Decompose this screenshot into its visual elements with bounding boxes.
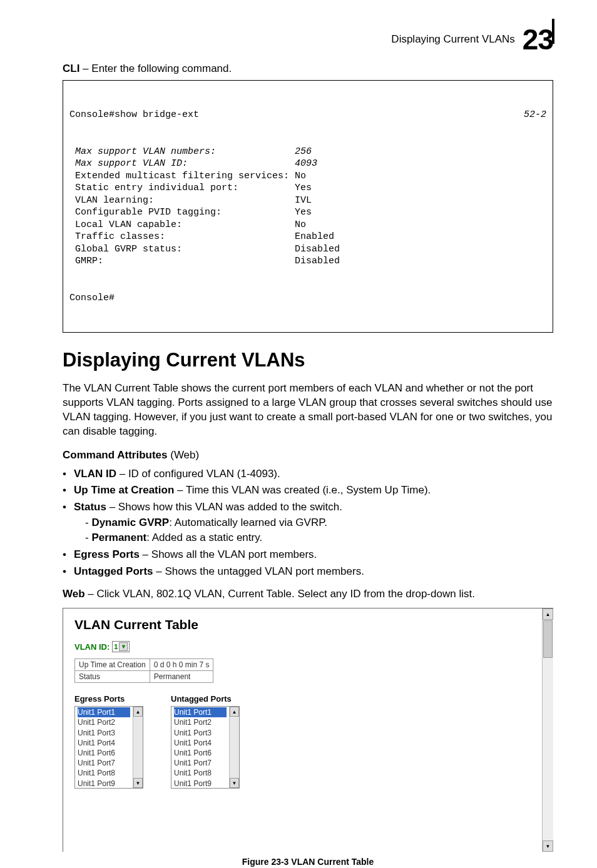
bullet-vlan-id-rest: – ID of configured VLAN (1-4093). [116, 468, 280, 480]
bullet-status-sub2: - Permanent: Added as a static entry. [74, 530, 553, 546]
scroll-down-icon[interactable]: ▼ [230, 778, 239, 788]
table-row: Status Permanent [75, 671, 213, 683]
untagged-ports-listbox[interactable]: Unit1 Port1Unit1 Port2Unit1 Port3Unit1 P… [171, 706, 240, 789]
cli-field-value: Disabled [295, 243, 546, 256]
bullet-status: Status – Shows how this VLAN was added t… [63, 500, 553, 546]
list-item[interactable]: Unit1 Port3 [174, 728, 227, 738]
sub1-rest: : Automatically learned via GVRP. [169, 517, 327, 528]
scroll-up-icon[interactable]: ▲ [230, 707, 239, 717]
egress-ports-listbox[interactable]: Unit1 Port1Unit1 Port2Unit1 Port3Unit1 P… [74, 706, 143, 789]
web-instruction: Web – Click VLAN, 802.1Q VLAN, Current T… [63, 588, 553, 600]
list-item[interactable]: Unit1 Port6 [78, 748, 130, 758]
bullet-vlan-id-bold: VLAN ID [74, 468, 116, 480]
list-item[interactable]: Unit1 Port9 [174, 779, 227, 789]
web-bold: Web [63, 588, 85, 600]
cli-field-value: Disabled [295, 255, 546, 268]
bullet-egress-bold: Egress Ports [74, 548, 140, 560]
cli-field-label: Global GVRP status: [69, 243, 295, 256]
cli-field-value: 4093 [295, 158, 546, 170]
cli-field-label: Static entry individual port: [69, 182, 295, 194]
bullet-uptime: Up Time at Creation – Time this VLAN was… [63, 483, 553, 498]
cli-field-value: 256 [295, 146, 546, 158]
vlan-id-value: 1 [114, 643, 118, 650]
cli-command: Console#show bridge-ext [69, 109, 509, 121]
body-paragraph: The VLAN Current Table shows the current… [63, 381, 553, 439]
list-item[interactable]: Unit1 Port8 [174, 768, 227, 778]
cli-label-rest: – Enter the following command. [79, 63, 232, 74]
screenshot-frame: ▲ ▼ VLAN Current Table VLAN ID: 1 ▼ Up T… [63, 608, 553, 852]
bullet-egress-rest: – Shows all the VLAN port members. [140, 548, 317, 560]
list-item[interactable]: Unit1 Port7 [78, 758, 130, 768]
cli-field-label: GMRP: [69, 255, 295, 268]
bullet-status-sub1: - Dynamic GVRP: Automatically learned vi… [74, 515, 553, 531]
list-item[interactable]: Unit1 Port7 [174, 758, 227, 768]
bullet-uptime-bold: Up Time at Creation [74, 484, 174, 496]
status-label-cell: Status [75, 671, 150, 683]
sub1-bold: Dynamic GVRP [91, 517, 169, 528]
uptime-label-cell: Up Time at Creation [75, 659, 150, 671]
sub1-pre: - [85, 517, 91, 528]
cli-label-bold: CLI [63, 63, 79, 74]
bullet-untagged-bold: Untagged Ports [74, 565, 153, 577]
cli-field-label: Configurable PVID tagging: [69, 206, 295, 219]
list-item[interactable]: Unit1 Port3 [78, 728, 130, 738]
untagged-ports-column: Untagged Ports Unit1 Port1Unit1 Port2Uni… [171, 694, 240, 789]
list-item[interactable]: Unit1 Port6 [174, 748, 227, 758]
bullet-vlan-id: VLAN ID – ID of configured VLAN (1-4093)… [63, 467, 553, 482]
command-attributes-heading: Command Attributes (Web) [63, 449, 553, 462]
meta-table: Up Time at Creation 0 d 0 h 0 min 7 s St… [74, 659, 213, 683]
cli-field-value: Yes [295, 182, 546, 194]
figure-caption: Figure 23-3 VLAN Current Table [63, 857, 553, 867]
list-item[interactable]: Unit1 Port4 [78, 738, 130, 748]
chevron-down-icon[interactable]: ▼ [119, 642, 128, 651]
list-item[interactable]: Unit1 Port1 [78, 707, 130, 717]
page-header: Displaying Current VLANs 23 [63, 25, 553, 54]
cli-output-box: Console#show bridge-ext 52-2 Max support… [63, 80, 553, 333]
bullet-status-bold: Status [74, 501, 106, 513]
web-rest: – Click VLAN, 802.1Q VLAN, Current Table… [85, 588, 475, 600]
cli-field-label: Traffic classes: [69, 231, 295, 243]
egress-ports-heading: Egress Ports [74, 694, 143, 704]
vlan-id-label: VLAN ID: [74, 642, 110, 652]
header-section-title: Displaying Current VLANs [391, 33, 514, 46]
cli-field-label: Max support VLAN ID: [69, 158, 295, 170]
table-row: Up Time at Creation 0 d 0 h 0 min 7 s [75, 659, 213, 671]
scroll-up-icon[interactable]: ▲ [133, 707, 143, 717]
cli-field-value: IVL [295, 194, 546, 207]
cli-intro: CLI – Enter the following command. [63, 63, 553, 75]
bullet-untagged-ports: Untagged Ports – Shows the untagged VLAN… [63, 564, 553, 580]
cli-field-value: No [295, 219, 546, 231]
cli-field-label: Local VLAN capable: [69, 219, 295, 231]
uptime-value-cell: 0 d 0 h 0 min 7 s [150, 659, 213, 671]
cli-page-ref: 52-2 [509, 109, 546, 121]
cli-field-value: Enabled [295, 231, 546, 243]
section-heading: Displaying Current VLANs [63, 349, 553, 371]
cli-prompt: Console# [69, 292, 546, 305]
egress-scrollbar[interactable]: ▲ ▼ [133, 707, 143, 788]
list-item[interactable]: Unit1 Port1 [174, 707, 227, 717]
attribute-list: VLAN ID – ID of configured VLAN (1-4093)… [63, 467, 553, 579]
scroll-down-icon[interactable]: ▼ [133, 778, 143, 788]
cli-field-label: VLAN learning: [69, 194, 295, 207]
cli-field-label: Extended multicast filtering services: [69, 170, 295, 183]
bullet-untagged-rest: – Shows the untagged VLAN port members. [153, 565, 364, 577]
command-attributes-bold: Command Attributes [63, 449, 168, 461]
untagged-scrollbar[interactable]: ▲ ▼ [229, 707, 239, 788]
vlan-id-select[interactable]: 1 ▼ [112, 641, 130, 652]
screenshot-title: VLAN Current Table [74, 617, 553, 632]
sub2-bold: Permanent [91, 532, 146, 543]
cli-field-label: Max support VLAN numbers: [69, 146, 295, 158]
command-attributes-rest: (Web) [168, 449, 200, 461]
list-item[interactable]: Unit1 Port4 [174, 738, 227, 748]
sub2-pre: - [85, 532, 91, 543]
status-value-cell: Permanent [150, 671, 213, 683]
bullet-egress-ports: Egress Ports – Shows all the VLAN port m… [63, 547, 553, 563]
list-item[interactable]: Unit1 Port2 [78, 717, 130, 727]
vlan-id-row: VLAN ID: 1 ▼ [74, 641, 553, 652]
list-item[interactable]: Unit1 Port8 [78, 768, 130, 778]
bullet-status-rest: – Shows how this VLAN was added to the s… [106, 501, 342, 513]
bullet-uptime-rest: – Time this VLAN was created (i.e., Syst… [174, 484, 431, 496]
list-item[interactable]: Unit1 Port9 [78, 779, 130, 789]
list-item[interactable]: Unit1 Port2 [174, 717, 227, 727]
scroll-down-icon[interactable]: ▼ [543, 840, 553, 852]
